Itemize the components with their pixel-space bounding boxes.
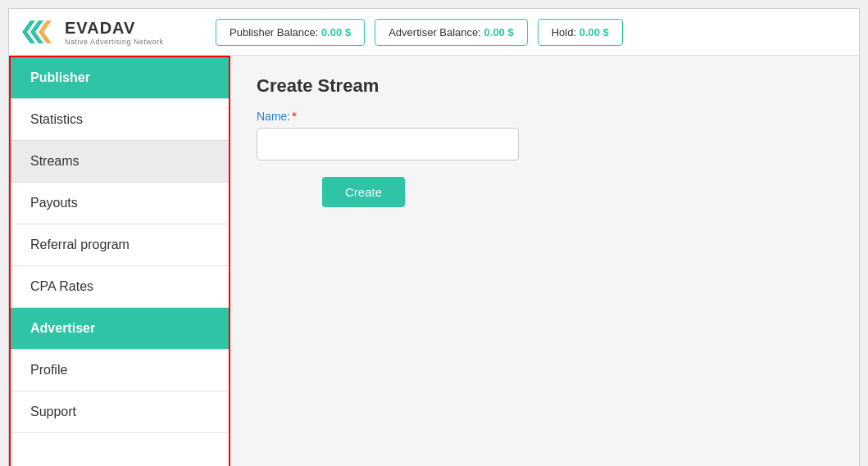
logo-subtitle: Native Advertising Network [65,38,164,46]
hold-balance-box: Hold: 0.00 $ [538,19,623,46]
advertiser-balance-amount: 0.00 $ [484,26,514,38]
hold-balance-label: Hold: [552,26,576,38]
advertiser-balance-box: Advertiser Balance: 0.00 $ [375,19,528,46]
body: Publisher Statistics Streams Payouts Ref… [9,56,859,466]
sidebar-item-statistics[interactable]: Statistics [11,99,229,141]
balance-boxes: Publisher Balance: 0.00 $ Advertiser Bal… [216,19,846,46]
sidebar: Publisher Statistics Streams Payouts Ref… [9,56,230,466]
header: EVADAV Native Advertising Network Publis… [9,9,859,56]
publisher-balance-amount: 0.00 $ [321,26,351,38]
sidebar-item-profile[interactable]: Profile [11,350,229,391]
sidebar-item-support[interactable]: Support [11,391,229,433]
advertiser-balance-label: Advertiser Balance: [389,26,481,38]
sidebar-item-cpa-rates[interactable]: CPA Rates [11,266,229,308]
logo-icon [22,17,58,47]
required-indicator: * [292,110,296,123]
sidebar-item-publisher[interactable]: Publisher [11,57,229,99]
sidebar-item-advertiser[interactable]: Advertiser [11,308,229,350]
page-title: Create Stream [257,75,833,97]
sidebar-item-payouts[interactable]: Payouts [11,183,229,224]
hold-balance-amount: 0.00 $ [579,26,609,38]
sidebar-item-streams[interactable]: Streams [11,141,229,183]
name-label: Name:* [257,110,833,123]
logo-text: EVADAV Native Advertising Network [65,19,164,46]
publisher-balance-box: Publisher Balance: 0.00 $ [216,19,365,46]
logo-area: EVADAV Native Advertising Network [22,17,202,47]
main-content: Create Stream Name:* Create [230,56,859,466]
publisher-balance-label: Publisher Balance: [229,26,318,38]
create-button[interactable]: Create [322,177,405,207]
logo-title: EVADAV [65,19,164,38]
sidebar-item-referral-program[interactable]: Referral program [11,224,229,266]
stream-name-input[interactable] [257,128,519,161]
